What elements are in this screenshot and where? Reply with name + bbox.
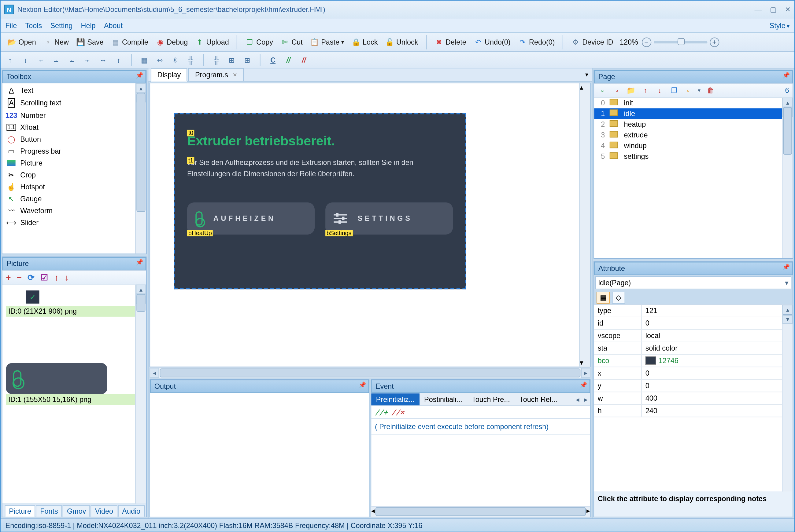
attribute-row[interactable]: id0 xyxy=(594,317,782,330)
delete-button[interactable]: ✖Delete xyxy=(431,35,469,49)
toolbox-item[interactable]: ⟷Slider xyxy=(2,216,135,228)
device-screen[interactable]: t0 Extruder betriebsbereit. t1 vor Sie d… xyxy=(174,113,466,289)
event-tab[interactable]: Touch Pre... xyxy=(467,393,514,405)
group-v-icon[interactable]: ⊞ xyxy=(242,55,252,64)
replace-picture-button[interactable]: ☑ xyxy=(41,273,48,282)
toolbox-item[interactable]: 123Number xyxy=(2,110,135,121)
debug-button[interactable]: ◉Debug xyxy=(152,35,191,49)
group-h-icon[interactable]: ⊞ xyxy=(227,55,237,64)
menu-help[interactable]: Help xyxy=(81,21,96,29)
toolbox-item[interactable]: ◯Button xyxy=(2,133,135,145)
paste-page-button[interactable]: ▫ xyxy=(684,86,693,95)
page-row[interactable]: 4windup xyxy=(594,140,782,151)
canvas-title-text[interactable]: Extruder betriebsbereit. xyxy=(187,133,453,149)
picture-tab[interactable]: Fonts xyxy=(36,506,62,517)
trash-page-button[interactable]: 🗑 xyxy=(706,86,715,95)
minimize-button[interactable]: — xyxy=(754,5,761,14)
remove-picture-button[interactable]: − xyxy=(17,273,22,282)
align-bottom-icon[interactable]: ⫟ xyxy=(83,55,92,64)
bring-up-icon[interactable]: ↑ xyxy=(5,55,15,64)
page-up-button[interactable]: ↑ xyxy=(640,86,650,95)
menu-file[interactable]: File xyxy=(5,21,17,29)
center-v-icon[interactable]: ╬ xyxy=(212,55,221,64)
refresh-picture-button[interactable]: ⟳ xyxy=(28,273,35,282)
page-row[interactable]: 1idle xyxy=(594,109,782,119)
attribute-value[interactable]: 240 xyxy=(642,405,782,417)
attribute-selector[interactable]: idle(Page)▾ xyxy=(595,276,791,289)
open-button[interactable]: 📂Open xyxy=(4,35,39,49)
same-height-icon[interactable]: ↕ xyxy=(114,55,123,64)
picture-tab[interactable]: Video xyxy=(91,506,118,517)
cut-button[interactable]: ✄Cut xyxy=(277,35,306,49)
picture-tab[interactable]: Gmov xyxy=(63,506,90,517)
menu-about[interactable]: About xyxy=(104,21,123,29)
attribute-row[interactable]: bco12746 xyxy=(594,355,782,367)
device-id-button[interactable]: ⚙Device ID xyxy=(568,35,616,49)
paste-button[interactable]: 📋Paste▾ xyxy=(307,35,347,49)
tab-programs[interactable]: Program.s× xyxy=(189,69,244,81)
attribute-row[interactable]: type121 xyxy=(594,305,782,317)
comment-remove-icon[interactable]: // xyxy=(299,55,308,64)
same-size-icon[interactable]: ▦ xyxy=(140,55,149,64)
attribute-value[interactable]: 0 xyxy=(642,380,782,392)
copy-button[interactable]: ❐Copy xyxy=(242,35,276,49)
pin-icon[interactable]: 📌 xyxy=(782,72,790,78)
event-tab[interactable]: Postinitiali... xyxy=(419,393,467,405)
compile-button[interactable]: ▦Compile xyxy=(108,35,151,49)
zoom-in-button[interactable]: + xyxy=(710,37,719,47)
close-icon[interactable]: × xyxy=(233,71,237,79)
unlock-button[interactable]: 🔓Unlock xyxy=(382,35,421,49)
comment-add-icon[interactable]: // xyxy=(284,55,293,64)
pin-icon[interactable]: 📌 xyxy=(782,264,790,270)
toolbox-item[interactable]: ↖Gauge xyxy=(2,193,135,205)
event-code-area[interactable] xyxy=(371,435,590,506)
attribute-value[interactable]: 400 xyxy=(642,392,782,404)
event-tab-left[interactable]: ◂ xyxy=(573,395,582,403)
toolbox-item[interactable]: AScrolling text xyxy=(2,96,135,110)
picture-item[interactable]: ✓ ID:0 (21X21 906) png xyxy=(6,288,135,317)
page-down-button[interactable]: ↓ xyxy=(655,86,665,95)
attribute-tab-categorized[interactable]: ▦ xyxy=(597,291,610,303)
attribute-row[interactable]: stasolid color xyxy=(594,342,782,355)
menu-setting[interactable]: Setting xyxy=(50,21,72,29)
align-left-icon[interactable]: ⫟ xyxy=(36,55,46,64)
undo-button[interactable]: ↶Undo(0) xyxy=(470,35,513,49)
pin-icon[interactable]: 📌 xyxy=(136,259,143,265)
code-c-icon[interactable]: C xyxy=(268,55,278,64)
picture-down-button[interactable]: ↓ xyxy=(65,273,69,282)
picture-up-button[interactable]: ↑ xyxy=(54,273,59,282)
toolbox-item[interactable]: 1.1Xfloat xyxy=(2,121,135,133)
save-button[interactable]: 💾Save xyxy=(73,35,107,49)
page-row[interactable]: 2heatup xyxy=(594,119,782,130)
add-picture-button[interactable]: + xyxy=(6,273,11,282)
center-h-icon[interactable]: ╬ xyxy=(186,55,195,64)
tabs-dropdown-icon[interactable]: ▾ xyxy=(585,72,588,78)
picture-tab[interactable]: Audio xyxy=(118,506,145,517)
attribute-value[interactable]: 0 xyxy=(642,317,782,329)
page-scrollbar[interactable]: ▴ ▾ xyxy=(782,98,793,258)
attribute-value[interactable]: 121 xyxy=(642,305,782,317)
toolbox-item[interactable]: AText xyxy=(2,84,135,96)
distribute-h-icon[interactable]: ⇿ xyxy=(155,55,164,64)
pin-icon[interactable]: 📌 xyxy=(136,72,143,78)
attribute-row[interactable]: y0 xyxy=(594,380,782,392)
picture-item[interactable]: ID:1 (155X50 15,16K) png xyxy=(6,363,135,405)
comment-remove-button[interactable]: //× xyxy=(391,408,404,416)
toolbox-item[interactable]: Picture xyxy=(2,157,135,169)
toolbox-item[interactable]: ▭Progress bar xyxy=(2,145,135,157)
toolbox-item[interactable]: ✂Crop xyxy=(2,169,135,181)
zoom-out-button[interactable]: − xyxy=(642,37,651,47)
page-row[interactable]: 0init xyxy=(594,98,782,109)
event-tab[interactable]: Preinitializ... xyxy=(371,393,419,405)
new-button[interactable]: ▫New xyxy=(40,35,72,49)
attribute-value[interactable]: local xyxy=(642,330,782,342)
send-down-icon[interactable]: ↓ xyxy=(21,55,30,64)
align-top-icon[interactable]: ⫠ xyxy=(67,55,77,64)
attribute-row[interactable]: w400 xyxy=(594,392,782,405)
distribute-v-icon[interactable]: ⇳ xyxy=(170,55,180,64)
attribute-tab-alphabetical[interactable]: ◇ xyxy=(612,291,625,303)
zoom-slider[interactable] xyxy=(654,41,707,43)
toolbox-scrollbar[interactable]: ▴ ▾ xyxy=(135,83,146,253)
pin-icon[interactable]: 📌 xyxy=(580,381,587,388)
redo-button[interactable]: ↷Redo(0) xyxy=(514,35,558,49)
